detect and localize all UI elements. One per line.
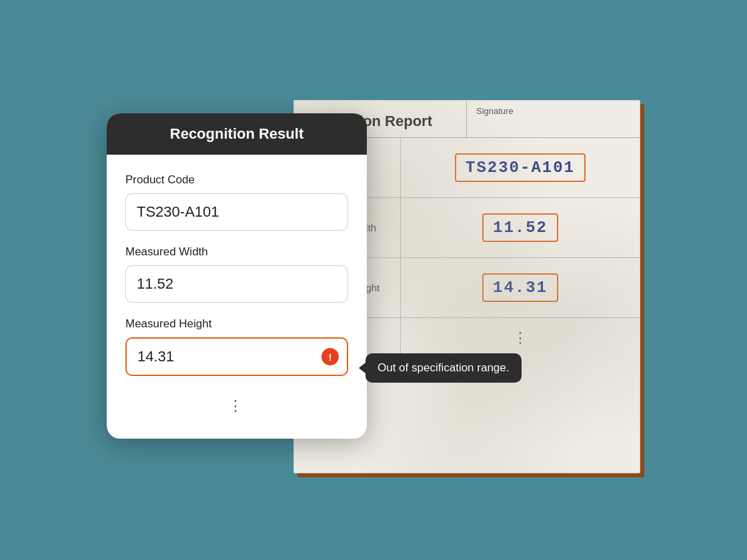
card-header: Recognition Result xyxy=(107,113,367,155)
error-icon: ! xyxy=(321,348,339,365)
input-measured-width[interactable]: 11.52 xyxy=(125,265,348,303)
label-measured-width: Measured Width xyxy=(125,245,348,259)
more-dots: ⋮ xyxy=(125,391,348,425)
input-product-code[interactable]: TS230-A101 xyxy=(125,193,348,231)
main-scene: Inspection Report Signature Product Code… xyxy=(107,73,640,487)
label-measured-height: Measured Height xyxy=(125,317,348,331)
card-body: Product Code TS230-A101 Measured Width 1… xyxy=(107,155,367,439)
card-header-title: Recognition Result xyxy=(125,125,348,143)
recognition-card: Recognition Result Product Code TS230-A1… xyxy=(107,113,367,439)
measured-height-wrapper: 14.31 ! Out of specification range. xyxy=(125,337,348,376)
label-product-code: Product Code xyxy=(125,173,348,187)
input-measured-height[interactable]: 14.31 xyxy=(125,337,348,376)
error-tooltip: Out of specification range. xyxy=(365,353,522,383)
